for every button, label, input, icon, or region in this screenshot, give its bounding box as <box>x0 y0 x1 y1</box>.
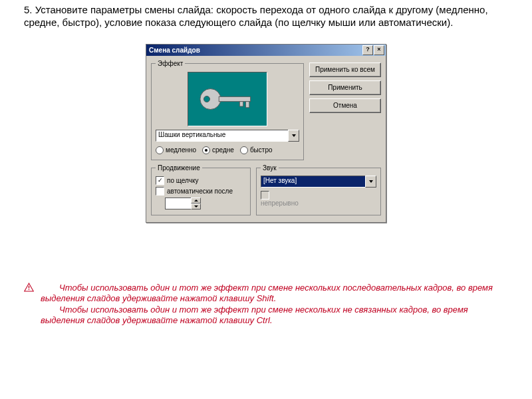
key-icon <box>197 85 258 113</box>
advance-group: Продвижение ✓ по щелчку автоматически по… <box>151 164 251 215</box>
close-button[interactable]: × <box>374 45 384 55</box>
cancel-button[interactable]: Отмена <box>309 98 381 113</box>
effect-preview <box>188 72 267 126</box>
warning-note: Чтобы использовать один и тот же эффект … <box>24 283 508 327</box>
radio-icon <box>156 146 164 154</box>
check-auto-after[interactable]: автоматически после <box>156 187 246 196</box>
radio-medium[interactable]: средне <box>202 146 234 154</box>
effect-dropdown-value: Шашки вертикальные <box>156 130 288 142</box>
loop-label: непрерывно <box>261 200 299 207</box>
delay-value[interactable] <box>165 198 191 209</box>
dialog-title: Смена слайдов <box>149 47 362 54</box>
spinner-down[interactable] <box>191 203 201 209</box>
radio-icon <box>240 146 248 154</box>
chevron-down-icon <box>292 134 296 137</box>
sound-legend: Звук <box>261 164 279 172</box>
note-paragraph-1: Чтобы использовать один и тот же эффект … <box>41 283 508 305</box>
dropdown-toggle[interactable] <box>365 176 376 188</box>
radio-slow-label: медленно <box>166 146 196 154</box>
chevron-up-icon <box>194 200 198 201</box>
radio-slow[interactable]: медленно <box>156 146 196 154</box>
warning-icon <box>24 283 34 292</box>
checkbox-icon <box>261 191 269 200</box>
effect-legend: Эффект <box>156 60 185 67</box>
sound-dropdown[interactable]: [Нет звука] <box>261 176 376 188</box>
effect-dropdown[interactable]: Шашки вертикальные <box>156 130 299 142</box>
slide-transition-dialog: Смена слайдов ? × Эффект <box>146 44 386 223</box>
apply-all-button[interactable]: Применить ко всем <box>309 63 381 77</box>
svg-rect-3 <box>239 101 243 106</box>
spinner-up[interactable] <box>191 198 201 203</box>
help-button[interactable]: ? <box>362 45 373 55</box>
sound-group: Звук [Нет звука] непрерывно <box>256 164 381 215</box>
check-loop: непрерывно <box>261 191 376 207</box>
radio-fast[interactable]: быстро <box>240 146 273 154</box>
checkbox-icon: ✓ <box>156 176 164 185</box>
task-instruction: 5. Установите параметры смены слайда: ск… <box>24 4 508 29</box>
checkbox-icon <box>156 187 164 196</box>
dialog-buttons: Применить ко всем Применить Отмена <box>309 63 381 113</box>
radio-fast-label: быстро <box>250 146 273 154</box>
note-paragraph-2: Чтобы использовать один и тот же эффект … <box>41 305 508 327</box>
effect-group: Эффект Шашки вертикальные <box>151 60 304 160</box>
svg-rect-7 <box>29 289 29 289</box>
svg-point-0 <box>200 88 221 109</box>
check-on-click[interactable]: ✓ по щелчку <box>156 176 246 185</box>
radio-icon <box>202 146 210 154</box>
sound-dropdown-value: [Нет звука] <box>261 176 365 188</box>
chevron-down-icon <box>369 180 373 183</box>
svg-rect-4 <box>245 101 249 107</box>
dialog-container: Смена слайдов ? × Эффект <box>24 44 508 223</box>
speed-radios: медленно средне быстро <box>156 146 299 154</box>
svg-rect-6 <box>29 285 29 288</box>
radio-medium-label: средне <box>212 146 234 154</box>
advance-legend: Продвижение <box>156 164 202 172</box>
auto-after-label: автоматически после <box>167 188 233 195</box>
chevron-down-icon <box>194 205 198 207</box>
svg-point-1 <box>203 96 209 102</box>
apply-button[interactable]: Применить <box>309 80 381 95</box>
delay-spinner[interactable] <box>165 198 201 209</box>
dropdown-toggle[interactable] <box>288 130 299 142</box>
on-click-label: по щелчку <box>167 177 198 184</box>
svg-rect-2 <box>219 96 250 101</box>
titlebar: Смена слайдов ? × <box>146 45 386 56</box>
